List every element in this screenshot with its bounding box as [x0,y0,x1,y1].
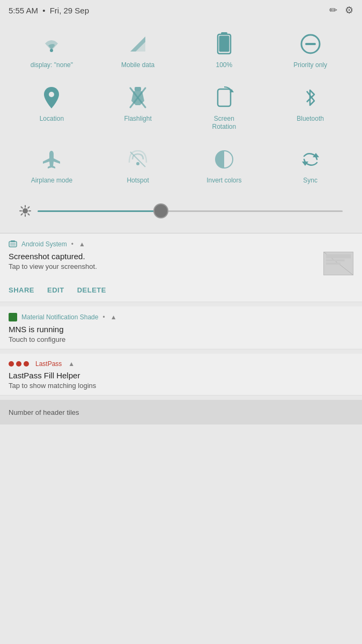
notif-subtitle-mns: Touch to configure [9,335,353,343]
qs-tile-mobile-data[interactable]: Mobile data [116,31,159,70]
lastpass-expand-icon[interactable]: ▲ [68,360,75,368]
android-system-icon [9,240,17,248]
qs-tile-priority[interactable]: Priority only [289,31,332,70]
sync-icon [298,147,323,172]
notif-header-lastpass: LastPass ▲ [9,360,353,368]
mns-expand-icon[interactable]: ▲ [110,313,117,321]
minus-circle-icon [298,31,323,57]
notif-header-mns: Material Notification Shade • ▲ [9,313,353,321]
mns-icon [9,313,17,321]
mns-dot: • [102,313,105,321]
bluetooth-label: Bluetooth [297,115,324,123]
signal-icon [125,31,151,57]
battery-icon [211,31,237,57]
edit-button[interactable]: EDIT [47,286,64,294]
svg-line-24 [28,214,29,215]
flashlight-icon [125,85,151,111]
wifi-label: display: "none" [31,61,73,70]
svg-rect-11 [135,87,141,91]
airplane-label: Airplane mode [31,177,72,185]
status-time: 5:55 AM • Fri, 29 Sep [9,6,89,15]
sync-label: Sync [303,177,317,185]
svg-point-18 [23,208,28,214]
qs-row-1: display: "none" Mobile data 100% [9,31,353,70]
brightness-control [9,200,353,228]
qs-tile-sync[interactable]: Sync [289,147,332,185]
svg-rect-12 [218,89,231,106]
notif-text-lastpass: LastPass Fill Helper Tap to show matchin… [9,371,353,390]
brightness-icon [19,205,31,217]
status-icons: ✏ ⚙ [329,4,353,16]
flashlight-label: Flashlight [124,115,151,123]
notif-title-lastpass: LastPass Fill Helper [9,371,353,380]
invert-icon [211,147,237,172]
qs-tile-flashlight[interactable]: Flashlight [116,85,159,131]
share-button[interactable]: SHARE [9,286,34,294]
svg-point-0 [50,49,53,52]
pencil-icon[interactable]: ✏ [329,4,337,16]
bottom-card: Number of header tiles [0,400,362,425]
qs-tile-battery[interactable]: 100% [203,31,246,70]
delete-button[interactable]: DELETE [77,286,106,294]
notif-body-lastpass: LastPass Fill Helper Tap to show matchin… [9,371,353,395]
svg-rect-33 [326,260,345,262]
notif-body-mns: MNS is running Touch to configure [9,325,353,349]
svg-rect-29 [11,240,15,242]
qs-tile-bluetooth[interactable]: Bluetooth [289,85,332,131]
svg-rect-34 [326,262,341,265]
notif-subtitle-android: Tap to view your screenshot. [9,262,323,270]
rotation-icon [211,85,237,111]
svg-line-26 [21,214,23,215]
location-label: Location [40,115,64,123]
notif-text-mns: MNS is running Touch to configure [9,325,353,343]
svg-rect-32 [326,254,351,259]
qs-row-3: Airplane mode Hotspot [9,147,353,185]
hotspot-icon [125,147,151,172]
svg-rect-5 [219,36,229,52]
notif-body-android: Screenshot captured. Tap to view your sc… [9,252,353,281]
qs-tile-airplane[interactable]: Airplane mode [30,147,73,185]
svg-rect-28 [10,243,16,246]
notif-header-android: Android System • ▲ [9,240,353,248]
gear-icon[interactable]: ⚙ [345,4,353,16]
qs-tile-screen-rotation[interactable]: Screen Rotation [203,85,246,131]
notif-text-android: Screenshot captured. Tap to view your sc… [9,252,323,270]
invert-label: Invert colors [206,177,241,185]
notif-title-android: Screenshot captured. [9,252,323,261]
notif-title-mns: MNS is running [9,325,353,334]
notification-android-system[interactable]: Android System • ▲ Screenshot captured. … [0,233,362,302]
notification-lastpass[interactable]: LastPass ▲ LastPass Fill Helper Tap to s… [0,354,362,396]
brightness-slider[interactable] [38,210,343,212]
qs-tile-invert[interactable]: Invert colors [203,147,246,185]
battery-label: 100% [216,61,233,70]
priority-label: Priority only [293,61,327,70]
notif-actions-android: SHARE EDIT DELETE [9,281,353,302]
lastpass-icon [9,361,29,367]
svg-point-8 [49,92,54,97]
mns-name: Material Notification Shade [21,313,98,321]
qs-row-2: Location Flashlight [9,85,353,131]
qs-tile-wifi[interactable]: display: "none" [30,31,73,70]
wifi-icon [39,31,64,57]
lastpass-name: LastPass [35,360,62,368]
android-expand-icon[interactable]: ▲ [79,240,85,248]
svg-point-14 [136,162,139,165]
android-dot: • [71,240,73,248]
svg-line-25 [28,207,29,208]
bottom-card-text: Number of header tiles [9,408,79,416]
mobile-data-label: Mobile data [121,61,154,70]
qs-tile-location[interactable]: Location [30,85,73,131]
airplane-icon [39,147,64,172]
android-system-name: Android System [21,240,67,248]
quick-settings-panel: display: "none" Mobile data 100% [0,20,362,233]
bluetooth-icon [298,85,323,111]
qs-tile-hotspot[interactable]: Hotspot [116,147,159,185]
notif-subtitle-lastpass: Tap to show matching logins [9,382,353,390]
svg-line-23 [21,207,23,208]
notification-mns[interactable]: Material Notification Shade • ▲ MNS is r… [0,306,362,349]
location-icon [39,85,64,111]
svg-rect-7 [305,43,316,45]
notif-thumbnail-android [323,252,353,275]
screen-rotation-label: Screen Rotation [203,115,246,131]
hotspot-label: Hotspot [127,177,149,185]
